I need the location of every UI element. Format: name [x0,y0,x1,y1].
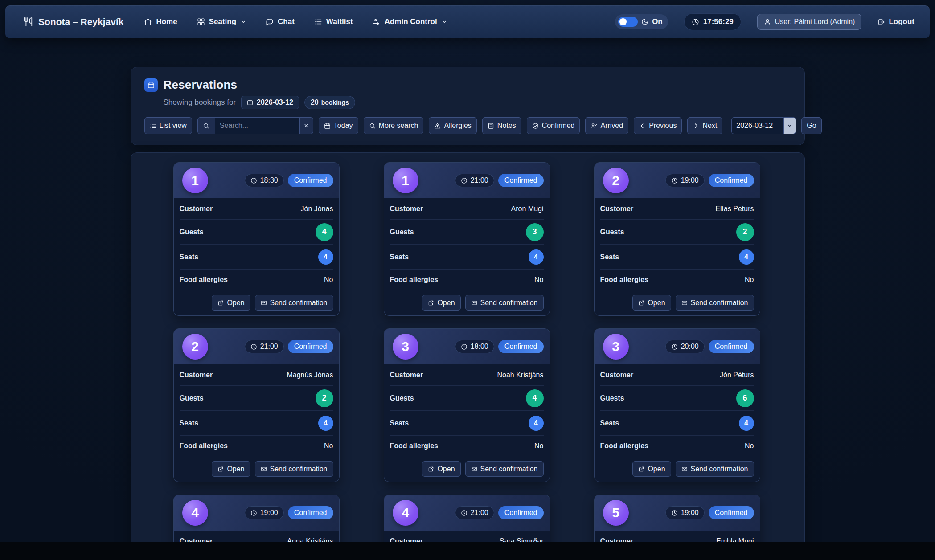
calendar-icon [144,78,158,92]
reservation-card: 3 20:00 Confirmed Customer Jón Péturs Gu… [594,328,760,482]
x-icon [303,123,309,128]
card-header-right: 18:00 Confirmed [455,340,544,353]
customer-row: Customer Aron Mugi [390,198,544,220]
reservation-card-header: 2 19:00 Confirmed [595,163,760,198]
send-confirmation-button[interactable]: Send confirmation [676,461,754,477]
status-badge: Confirmed [498,174,544,187]
logout-button[interactable]: Logout [878,17,914,26]
time-badge-value: 20:00 [681,343,699,351]
external-link-icon [428,300,434,306]
open-button[interactable]: Open [422,295,460,311]
chevron-left-icon [639,123,646,129]
send-confirmation-button[interactable]: Send confirmation [676,295,754,311]
guests-label: Guests [600,228,624,236]
nav-item-chat[interactable]: Chat [266,17,295,26]
guests-count-badge: 4 [526,389,544,407]
table-number-badge: 2 [182,334,208,360]
time-badge: 21:00 [455,174,494,187]
open-button[interactable]: Open [632,461,671,477]
card-header-right: 20:00 Confirmed [665,340,754,353]
send-confirmation-button[interactable]: Send confirmation [255,461,333,477]
open-button[interactable]: Open [212,295,250,311]
reservations-header-panel: Reservations Showing bookings for 2026-0… [131,67,805,145]
card-body: Customer Noah Kristjáns Guests 4 Seats 4… [384,364,550,456]
sliders-icon [373,18,381,26]
next-day-button[interactable]: Next [687,117,722,134]
arrived-filter-button[interactable]: Arrived [585,117,628,134]
status-badge: Confirmed [498,340,544,353]
moon-icon [641,18,648,25]
allergies-filter-button[interactable]: Allergies [429,117,476,134]
guests-count-badge: 2 [736,223,754,241]
warning-icon [434,123,441,129]
nav-admin-label: Admin Control [385,17,437,26]
card-footer: Open Send confirmation [384,290,550,315]
reservation-card-header: 4 19:00 Confirmed [174,495,339,531]
user-menu-button[interactable]: User: Pálmi Lord (Admin) [757,14,862,30]
send-confirmation-button[interactable]: Send confirmation [465,461,544,477]
customer-label: Customer [390,205,423,213]
today-button[interactable]: Today [319,117,358,134]
customer-name: Noah Kristjáns [497,371,543,379]
topbar-right: On 17:56:29 User: Pálmi Lord (Admin) Log… [615,13,914,30]
send-confirmation-button[interactable]: Send confirmation [465,295,544,311]
notes-filter-button[interactable]: Notes [482,117,521,134]
list-view-button[interactable]: List view [144,117,192,134]
nav-item-home[interactable]: Home [144,17,177,26]
nav-item-seating[interactable]: Seating [197,17,246,26]
seats-row: Seats 4 [600,411,754,436]
allergies-value: No [324,276,333,284]
clock-icon [671,343,678,350]
seats-row: Seats 4 [390,245,544,270]
go-button[interactable]: Go [801,117,821,134]
seats-label: Seats [390,253,409,261]
date-picker-group [731,117,796,134]
search-input[interactable] [215,117,300,134]
seats-count-badge: 4 [318,416,333,431]
person-check-icon [591,123,597,129]
clock-icon [250,343,257,350]
card-header-right: 21:00 Confirmed [455,506,544,519]
dark-mode-toggle[interactable]: On [615,14,668,29]
customer-row: Customer Noah Kristjáns [390,364,544,386]
confirmed-filter-button[interactable]: Confirmed [527,117,580,134]
send-confirmation-button[interactable]: Send confirmation [255,295,333,311]
reservation-grid: 1 18:30 Confirmed Customer Jón Jónas Gue… [173,162,762,560]
chat-bubble-icon [266,18,274,26]
nav-item-admin-control[interactable]: Admin Control [373,17,447,26]
allergies-row: Food allergies No [390,270,544,290]
previous-day-button[interactable]: Previous [634,117,682,134]
time-badge-value: 19:00 [681,509,699,517]
seats-count-badge: 4 [529,249,544,265]
open-button[interactable]: Open [422,461,460,477]
nav-chat-label: Chat [278,17,295,26]
dark-mode-label: On [652,17,663,26]
clear-search-button[interactable] [300,117,313,134]
date-input[interactable] [731,117,784,134]
nav-item-waitlist[interactable]: Waitlist [314,17,353,26]
search-icon [369,123,376,129]
page-title: Reservations [164,78,238,92]
card-body: Customer Elías Peturs Guests 2 Seats 4 F… [595,198,760,290]
mail-icon [261,466,267,472]
date-dropdown-button[interactable] [784,117,796,134]
guests-label: Guests [390,228,414,236]
brand[interactable]: Sonota – Reykjavík [23,16,123,27]
nav-home-label: Home [156,17,177,26]
open-button[interactable]: Open [632,295,671,311]
allergies-label: Food allergies [390,442,438,450]
allergies-value: No [534,442,543,450]
showing-label: Showing bookings for [164,98,236,107]
toggle-switch[interactable] [618,17,638,27]
table-number-badge: 4 [182,500,208,526]
status-badge: Confirmed [498,506,544,519]
more-search-button[interactable]: More search [364,117,424,134]
open-button[interactable]: Open [212,461,250,477]
clock-icon [671,510,678,516]
clock-icon [250,177,257,184]
guests-label: Guests [180,228,204,236]
mail-icon [471,466,477,472]
clock-value: 17:56:29 [703,17,734,26]
card-footer: Open Send confirmation [595,290,760,315]
clock-icon [461,177,468,184]
